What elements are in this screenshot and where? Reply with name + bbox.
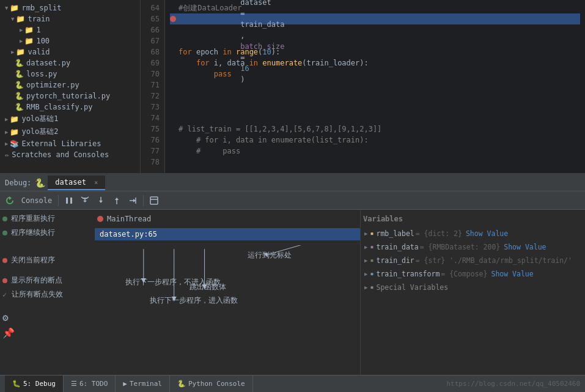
sidebar-label: pytorch_tutorial.py bbox=[26, 92, 110, 100]
var-expand-arrow[interactable]: ▶ bbox=[364, 242, 367, 253]
stop-label: 关闭当前程序 bbox=[2, 255, 92, 265]
sidebar-item-rmb-classify[interactable]: 🐍 RMB_classify.py bbox=[0, 102, 140, 113]
expand-arrow: ▼ bbox=[5, 5, 8, 11]
debug-tabs: Debug: 🐍 dataset × bbox=[0, 174, 585, 191]
sidebar-label: 1 bbox=[36, 26, 40, 34]
arrows-area: 执行下一步程序，不进入函数 执行下一步程序，进入函数 跳出函数体 运行到光标处 bbox=[95, 245, 360, 375]
sidebar-item-rmb-split[interactable]: ▼ 📁 rmb_split bbox=[0, 2, 140, 13]
main-container: ▼ 📁 rmb_split ▼ 📁 train ▶ 📁 1 ▶ bbox=[0, 0, 585, 392]
terminal-tab-label: Terminal bbox=[130, 380, 162, 388]
status-tab-todo[interactable]: ☰ 6: TODO bbox=[64, 375, 116, 392]
sidebar-item-loss[interactable]: 🐍 loss.py bbox=[0, 68, 140, 80]
py-file-icon: 🐍 bbox=[15, 70, 24, 78]
sidebar-item-optimizer[interactable]: 🐍 optimizer.py bbox=[0, 80, 140, 91]
status-tab-python-console[interactable]: 🐍 Python Console bbox=[170, 375, 253, 392]
console-tab[interactable]: Console bbox=[18, 193, 55, 208]
code-line bbox=[170, 113, 580, 124]
step-over-button[interactable] bbox=[78, 193, 92, 208]
dot-indicator bbox=[2, 231, 7, 235]
sidebar: ▼ 📁 rmb_split ▼ 📁 train ▶ 📁 1 ▶ bbox=[0, 0, 141, 173]
sidebar-item-dataset[interactable]: 🐍 dataset.py bbox=[0, 57, 140, 68]
debug-tab-label: 5: Debug bbox=[23, 380, 56, 388]
todo-tab-label: 6: TODO bbox=[79, 380, 108, 388]
sidebar-item-100[interactable]: ▶ 📁 100 bbox=[0, 35, 140, 46]
toolbar-separator bbox=[58, 195, 59, 206]
tab-close-button[interactable]: × bbox=[94, 179, 98, 186]
py-file-icon: 🐍 bbox=[15, 81, 24, 89]
expand-arrow: ▶ bbox=[11, 49, 14, 55]
debug-tab-dataset[interactable]: dataset × bbox=[48, 176, 105, 190]
code-line: # for i, data in enumerate(list_train): bbox=[170, 135, 580, 146]
var-row-train-data: ▶ ▪ train_data = {RMBDataset: 200} Show … bbox=[363, 240, 583, 254]
svg-rect-7 bbox=[150, 197, 158, 204]
sidebar-item-external-libs[interactable]: ▶ 📚 External Libraries bbox=[0, 138, 140, 149]
debug-panel: Debug: 🐍 dataset × Console bbox=[0, 173, 585, 375]
sidebar-label: yolo基础2 bbox=[21, 127, 58, 137]
dot-indicator bbox=[2, 258, 7, 263]
sidebar-item-1[interactable]: ▶ 📁 1 bbox=[0, 24, 140, 35]
sidebar-label: RMB_classify.py bbox=[26, 103, 92, 111]
resume-label: 程序继续执行 bbox=[2, 227, 92, 238]
folder-icon: 📁 bbox=[10, 128, 19, 136]
sidebar-item-yolo1[interactable]: ▶ 📁 yolo基础1 bbox=[0, 113, 140, 125]
step-out-button[interactable] bbox=[109, 193, 124, 208]
folder-icon: 📁 bbox=[10, 115, 19, 124]
gear-icon[interactable]: ⚙ bbox=[2, 312, 9, 324]
var-expand-arrow[interactable]: ▶ bbox=[364, 228, 367, 239]
active-frame[interactable]: dataset.py:65 bbox=[95, 228, 360, 240]
sidebar-label: train bbox=[28, 15, 50, 23]
code-line bbox=[170, 102, 580, 113]
frames-button[interactable] bbox=[147, 193, 161, 208]
var-expand-arrow[interactable]: ▶ bbox=[364, 282, 367, 293]
thread-row: MainThread bbox=[95, 212, 360, 226]
dot-indicator bbox=[2, 216, 7, 221]
sidebar-label: dataset.py bbox=[26, 59, 70, 67]
lib-icon: 📚 bbox=[10, 139, 19, 148]
dataset-icon: ▪ bbox=[370, 242, 373, 253]
run-to-cursor-annotation: 运行到光标处 bbox=[248, 250, 292, 261]
show-value-link[interactable]: Show Value bbox=[504, 242, 546, 253]
show-value-link[interactable]: Show Value bbox=[466, 228, 508, 239]
status-tab-debug[interactable]: 🐛 5: Debug bbox=[5, 375, 64, 392]
status-tab-terminal[interactable]: ▶ Terminal bbox=[116, 375, 170, 392]
step-into-button[interactable] bbox=[94, 193, 108, 208]
step-out-annotation: 跳出函数体 bbox=[189, 282, 226, 292]
sidebar-label: yolo基础1 bbox=[21, 114, 58, 124]
var-expand-arrow[interactable]: ▶ bbox=[364, 268, 367, 279]
dict-icon: ▪ bbox=[370, 228, 373, 239]
sidebar-label: optimizer.py bbox=[26, 81, 79, 89]
code-line: # list_train = [[1,2,3,4],[5,6,7,8],[9,1… bbox=[170, 124, 580, 135]
str-icon: ▪ bbox=[370, 255, 373, 266]
show-bp-label: 显示所有的断点 bbox=[2, 275, 92, 286]
code-line-active: train_loader = DataLoader ( dataset = tr… bbox=[170, 13, 580, 24]
var-expand-arrow[interactable]: ▶ bbox=[364, 255, 367, 266]
var-row-rmb-label: ▶ ▪ rmb_label = {dict: 2} Show Value bbox=[363, 227, 583, 240]
sidebar-label: loss.py bbox=[26, 70, 57, 78]
pin-icon[interactable]: 📌 bbox=[2, 327, 15, 339]
special-icon: ▪ bbox=[370, 282, 373, 293]
code-area: #创建DataLoader train_loader = DataLoader … bbox=[165, 0, 585, 173]
scratch-icon: ✏️ bbox=[5, 150, 9, 159]
line-numbers: 64 65 66 67 68 69 70 71 72 73 74 75 76 7… bbox=[141, 0, 165, 173]
sidebar-item-pytorch[interactable]: 🐍 pytorch_tutorial.py bbox=[0, 91, 140, 102]
breakpoint-indicator bbox=[170, 16, 176, 22]
sidebar-item-train[interactable]: ▼ 📁 train bbox=[0, 13, 140, 24]
sidebar-item-scratches[interactable]: ✏️ Scratches and Consoles bbox=[0, 149, 140, 160]
folder-icon: 📁 bbox=[10, 4, 19, 12]
rerun-button[interactable] bbox=[2, 193, 17, 208]
action-labels: 程序重新执行 程序继续执行 关闭当前程序 显示所有的断点 bbox=[0, 210, 95, 342]
var-row-train-dir: ▶ ▪ train_dir = {str} './RMB_data/rmb_sp… bbox=[363, 254, 583, 267]
sidebar-item-valid[interactable]: ▶ 📁 valid bbox=[0, 46, 140, 57]
show-value-link[interactable]: Show Value bbox=[491, 268, 533, 279]
var-row-train-transform: ▶ ▪ train_transform = {Compose} Show Val… bbox=[363, 267, 583, 281]
pause-button[interactable] bbox=[62, 193, 76, 208]
sidebar-item-yolo2[interactable]: ▶ 📁 yolo基础2 bbox=[0, 125, 140, 138]
py-file-icon: 🐍 bbox=[15, 103, 24, 111]
run-to-cursor-button[interactable] bbox=[125, 193, 140, 208]
folder-icon: 📁 bbox=[16, 48, 25, 56]
debug-content: 程序重新执行 程序继续执行 关闭当前程序 显示所有的断点 bbox=[0, 210, 585, 375]
expand-arrow: ▶ bbox=[20, 27, 23, 33]
expand-arrow: ▶ bbox=[5, 141, 8, 147]
folder-icon: 📁 bbox=[24, 26, 34, 34]
var-row-special: ▶ ▪ Special Variables bbox=[363, 281, 583, 294]
